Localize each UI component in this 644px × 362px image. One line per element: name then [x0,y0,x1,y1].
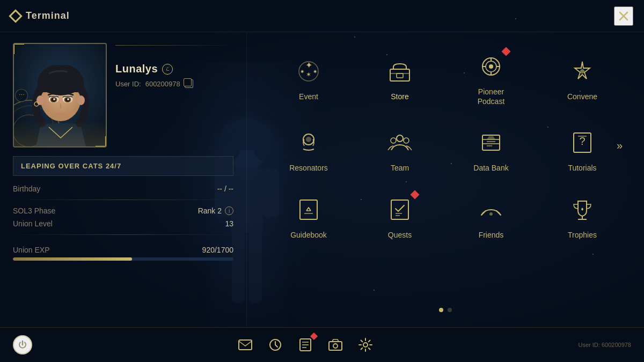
badge-icon: ℒ [164,66,171,72]
menu-icon-team [385,128,415,158]
svg-rect-35 [390,69,409,81]
guild-banner: LEAPING OVER CATS 24/7 [13,156,233,176]
name-row: Lunalys ℒ [115,52,233,75]
menu-item-resonators[interactable]: Resonators [263,119,354,181]
terminal-label: Terminal [26,10,70,21]
svg-point-49 [391,138,396,143]
clock-button[interactable] [267,336,284,353]
menu-icon-data-bank [476,128,506,158]
copy-userid-button[interactable] [185,79,193,88]
menu-item-tutorials[interactable]: ?Tutorials [537,119,628,181]
page-dot-1[interactable] [439,308,443,312]
avatar-decoration [14,120,106,146]
menu-icon-store [385,56,415,86]
notes-button[interactable] [297,336,314,353]
camera-button[interactable] [327,336,344,353]
union-level-value: 13 [225,219,233,228]
menu-item-trophies[interactable]: ♦Trophies [537,186,628,248]
exp-header: Union EXP 920/1700 [13,246,233,254]
more-arrow-button[interactable]: » [617,139,623,152]
stat-divider-1 [13,200,233,200]
avatar-menu-button[interactable]: ⋯ [15,89,28,102]
bottom-bar: User ID: 600200978 [0,327,644,362]
svg-point-65 [489,212,493,216]
profile-info: Lunalys ℒ User ID: 600200978 [115,43,233,88]
camera-icon [327,336,344,353]
right-panel: ✦✶✷✷EventStorePioneer PodcastConveneReso… [247,32,644,327]
bottom-userid: User ID: 600200978 [579,342,631,348]
menu-label-pioneer-podcast: Pioneer Podcast [478,87,505,106]
name-badge-button[interactable]: ℒ [162,64,173,75]
left-panel: ⋯ Lunalys ℒ User ID: [0,32,247,327]
union-level-label: Union Level [13,219,53,228]
menu-icon-tutorials: ? [567,128,597,158]
svg-point-50 [404,138,409,143]
clock-svg [268,338,282,352]
menu-label-store: Store [391,92,408,101]
menu-icon-quests [385,195,415,225]
userid-label: User ID: [115,80,141,88]
close-button[interactable] [614,6,633,26]
birthday-row: Birthday -- / -- [13,184,233,193]
notes-svg [299,338,312,352]
clock-icon [267,336,284,353]
menu-item-convene[interactable]: Convene [537,43,628,115]
menu-item-store[interactable]: Store [354,43,445,115]
menu-item-pioneer-podcast[interactable]: Pioneer Podcast [445,43,537,115]
pagination [263,304,628,316]
menu-label-convene: Convene [567,92,597,101]
svg-rect-59 [300,200,317,219]
camera-svg [328,338,343,351]
avatar-corner-br [96,136,106,147]
sol3-label: SOL3 Phase [13,206,55,215]
menu-item-event[interactable]: ✦✶✷✷Event [263,43,354,115]
menu-grid: ✦✶✷✷EventStorePioneer PodcastConveneReso… [263,43,628,248]
terminal-icon [9,9,22,23]
svg-text:?: ? [579,135,585,147]
menu-icon-event: ✦✶✷✷ [294,56,324,86]
exp-section: Union EXP 920/1700 [13,246,233,261]
menu-label-data-bank: Data Bank [473,163,508,173]
sol3-info-button[interactable]: i [225,206,233,215]
bottom-icons [237,336,374,353]
union-level-row: Union Level 13 [13,219,233,228]
power-button[interactable] [13,335,32,354]
avatar-corner-tl [13,43,24,54]
exp-bar-fill [13,257,132,261]
menu-item-data-bank[interactable]: Data Bank [445,119,537,181]
player-name: Lunalys [115,63,158,75]
svg-rect-36 [397,73,403,78]
mail-icon [237,336,254,353]
menu-item-friends[interactable]: Friends [445,186,537,248]
settings-svg [358,337,373,352]
svg-point-40 [489,64,493,69]
svg-text:♦: ♦ [581,206,583,212]
svg-text:✶: ✶ [306,71,311,78]
mail-button[interactable] [237,336,254,353]
userid-row: User ID: 600200978 [115,79,233,88]
svg-point-73 [333,344,338,348]
stats-section: Birthday -- / -- SOL3 Phase Rank 2 i Uni… [13,184,233,237]
menu-label-friends: Friends [479,230,504,240]
exp-label: Union EXP [13,246,49,254]
close-icon [617,9,631,23]
menu-icon-pioneer-podcast [476,51,506,82]
guild-name: LEAPING OVER CATS 24/7 [21,162,121,170]
menu-icon-trophies: ♦ [567,195,597,225]
svg-text:ℒ: ℒ [166,67,170,72]
menu-label-resonators: Resonators [289,163,328,173]
menu-item-guidebook[interactable]: Guidebook [263,186,354,248]
menu-item-quests[interactable]: Quests [354,186,445,248]
menu-grid-container: ✦✶✷✷EventStorePioneer PodcastConveneReso… [263,43,628,248]
menu-icon-resonators [294,128,324,158]
svg-point-19 [77,95,85,105]
settings-icon [357,336,374,353]
svg-point-74 [363,343,368,347]
page-dot-2[interactable] [448,308,452,312]
menu-label-event: Event [299,92,318,101]
svg-text:✦: ✦ [305,61,312,70]
settings-button[interactable] [357,336,374,353]
avatar-container: ⋯ [13,43,107,147]
menu-item-team[interactable]: Team [354,119,445,181]
svg-point-18 [36,95,44,105]
